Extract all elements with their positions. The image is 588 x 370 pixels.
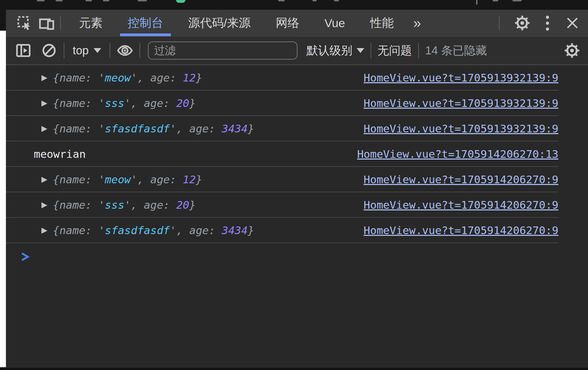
chevron-down-icon (357, 48, 364, 53)
tab-elements[interactable]: 元素 (70, 10, 112, 36)
tab-console[interactable]: 控制台 (119, 10, 172, 36)
object-preview[interactable]: {name: 'sfasdfasdf', age: 3434} (53, 224, 254, 237)
browser-remnant (476, 0, 477, 5)
page-background-sliver (0, 31, 6, 367)
console-prompt[interactable] (6, 243, 588, 264)
divider (140, 43, 140, 58)
divider (371, 43, 371, 58)
devtools-tabbar: 元素控制台源代码/来源网络Vue性能 » (6, 10, 588, 37)
show-console-sidebar-icon[interactable] (15, 42, 32, 59)
favicon-remnant (176, 0, 185, 3)
console-row: ▶{name: 'meow', age: 12}HomeView.vue?t=1… (6, 167, 558, 192)
clear-console-icon[interactable] (41, 42, 57, 59)
browser-remnant (493, 0, 498, 1)
divider (499, 16, 500, 30)
toggle-device-toolbar-icon[interactable] (39, 15, 55, 31)
browser-remnant (512, 0, 522, 1)
source-location-link[interactable]: HomeView.vue?t=1705914206270:9 (357, 224, 558, 237)
tab-network[interactable]: 网络 (267, 10, 308, 36)
expand-object-triangle-icon[interactable]: ▶ (34, 99, 53, 108)
expand-object-triangle-icon[interactable]: ▶ (34, 175, 53, 184)
divider (64, 43, 64, 58)
browser-remnant (56, 0, 63, 1)
browser-remnant (312, 0, 317, 1)
console-row: meowrianHomeView.vue?t=1705914206270:13 (6, 141, 558, 167)
create-live-expression-eye-icon[interactable] (117, 42, 133, 59)
browser-remnant (86, 0, 92, 1)
object-preview[interactable]: {name: 'sss', age: 20} (53, 97, 196, 109)
cropped-browser-toolbar (0, 0, 588, 10)
more-options-kebab-icon[interactable] (539, 15, 555, 31)
chevron-down-icon (94, 48, 101, 53)
tab-vue[interactable]: Vue (315, 10, 354, 36)
filter-input[interactable] (148, 41, 297, 60)
console-settings-gear-icon[interactable] (564, 42, 580, 59)
cropped-page-bottom (0, 368, 588, 370)
console-row: ▶{name: 'sss', age: 20}HomeView.vue?t=17… (6, 192, 558, 218)
console-row: ▶{name: 'meow', age: 12}HomeView.vue?t=1… (6, 65, 558, 91)
expand-object-triangle-icon[interactable]: ▶ (34, 73, 53, 82)
divider (418, 43, 419, 58)
expand-object-triangle-icon[interactable]: ▶ (34, 200, 53, 209)
tabbar-right-controls (493, 15, 588, 31)
source-location-link[interactable]: HomeView.vue?t=1705914206270:13 (350, 148, 558, 160)
source-location-link[interactable]: HomeView.vue?t=1705914206270:9 (357, 173, 558, 186)
source-location-link[interactable]: HomeView.vue?t=1705914206270:9 (357, 199, 558, 211)
browser-remnant (138, 0, 147, 1)
devtools-panel: 元素控制台源代码/来源网络Vue性能 » (6, 10, 588, 368)
console-row: ▶{name: 'sfasdfasdf', age: 3434}HomeView… (6, 218, 558, 243)
log-levels-dropdown[interactable]: 默认级别 (307, 43, 364, 59)
inspect-element-icon[interactable] (16, 15, 32, 31)
tab-performance[interactable]: 性能 (361, 10, 403, 36)
issues-counter[interactable]: 无问题 (378, 43, 412, 59)
console-rows: ▶{name: 'meow', age: 12}HomeView.vue?t=1… (6, 65, 558, 243)
javascript-context-selector[interactable]: top (71, 44, 103, 57)
console-row: ▶{name: 'sss', age: 20}HomeView.vue?t=17… (6, 91, 558, 116)
browser-remnant (334, 0, 339, 1)
hidden-messages-count[interactable]: 14 条已隐藏 (425, 43, 487, 59)
source-location-link[interactable]: HomeView.vue?t=1705913932139:9 (357, 71, 558, 84)
object-preview[interactable]: {name: 'meow', age: 12} (53, 173, 202, 186)
source-location-link[interactable]: HomeView.vue?t=1705913932139:9 (357, 122, 558, 135)
expand-object-triangle-icon[interactable]: ▶ (34, 226, 53, 235)
prompt-chevron-icon (20, 251, 30, 263)
console-toolbar: top 默认级别 无问题 14 条已隐藏 (6, 37, 588, 65)
log-levels-label: 默认级别 (307, 43, 352, 59)
tab-sources[interactable]: 源代码/来源 (179, 10, 260, 36)
object-preview[interactable]: {name: 'meow', age: 12} (53, 71, 202, 84)
divider (110, 43, 110, 58)
log-text: meowrian (34, 148, 86, 160)
console-row: ▶{name: 'sfasdfasdf', age: 3434}HomeView… (6, 116, 558, 141)
browser-remnant (278, 0, 285, 1)
settings-gear-icon[interactable] (514, 15, 530, 31)
browser-remnant (103, 0, 109, 1)
more-tabs-button[interactable]: » (408, 15, 425, 31)
object-preview[interactable]: {name: 'sfasdfasdf', age: 3434} (53, 122, 254, 135)
object-preview[interactable]: {name: 'sss', age: 20} (53, 199, 196, 211)
context-label: top (73, 44, 89, 57)
divider (60, 16, 61, 30)
source-location-link[interactable]: HomeView.vue?t=1705913932139:9 (357, 97, 558, 109)
console-messages-area: ▶{name: 'meow', age: 12}HomeView.vue?t=1… (6, 65, 588, 368)
expand-object-triangle-icon[interactable]: ▶ (34, 124, 53, 133)
close-devtools-icon[interactable] (564, 15, 580, 31)
tab-list: 元素控制台源代码/来源网络Vue性能 (66, 10, 406, 36)
browser-remnant (37, 0, 45, 1)
